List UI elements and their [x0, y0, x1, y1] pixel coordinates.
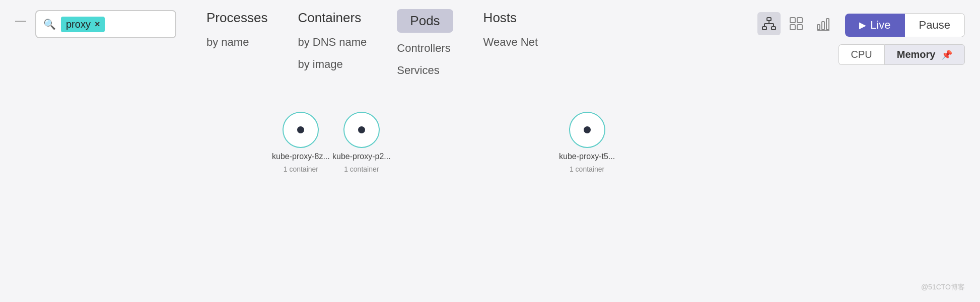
memory-label: Memory: [897, 49, 936, 60]
live-button[interactable]: ▶ Live: [845, 14, 904, 37]
node-kube-proxy-p2[interactable]: kube-proxy-p2... 1 container: [332, 112, 391, 173]
nav-containers-byimage[interactable]: by image: [298, 57, 367, 72]
nav-containers-bydns[interactable]: by DNS name: [298, 35, 367, 50]
svg-rect-1: [762, 27, 766, 30]
nav-groups: Processes by name Containers by DNS name…: [206, 9, 757, 78]
back-button[interactable]: —: [15, 14, 26, 27]
watermark: @51CTO博客: [921, 283, 965, 292]
hierarchy-icon: [762, 17, 776, 31]
node-dot-2: [358, 126, 365, 133]
svg-rect-7: [790, 18, 795, 23]
search-box: 🔍 proxy ×: [35, 10, 176, 38]
grid-view-button[interactable]: [785, 12, 808, 35]
view-icons: [757, 12, 835, 35]
node-dot-3: [584, 126, 591, 133]
nav-pods[interactable]: Pods: [397, 9, 453, 33]
svg-rect-8: [797, 18, 802, 23]
playback-controls: ▶ Live Pause: [845, 13, 965, 37]
node-kube-proxy-8z[interactable]: kube-proxy-8z... 1 container: [272, 112, 330, 173]
node-circle-1: [283, 112, 319, 148]
nav-hosts[interactable]: Hosts: [483, 9, 538, 27]
svg-rect-0: [767, 18, 771, 21]
svg-rect-10: [797, 25, 802, 30]
nav-processes-byname[interactable]: by name: [206, 35, 267, 50]
search-tag: proxy ×: [61, 17, 105, 32]
svg-rect-9: [790, 25, 795, 30]
nav-group-hosts: Hosts Weave Net: [483, 9, 538, 78]
nav-group-pods: Pods Controllers Services: [397, 9, 453, 78]
svg-rect-12: [822, 22, 824, 30]
play-icon: ▶: [859, 20, 866, 31]
canvas: kube-proxy-8z... 1 container kube-proxy-…: [0, 91, 980, 302]
node-dot-1: [297, 126, 304, 133]
svg-rect-13: [826, 19, 829, 30]
grid-icon: [789, 17, 803, 31]
node-sublabel-1: 1 container: [284, 165, 318, 173]
nav-hosts-weavenet[interactable]: Weave Net: [483, 35, 538, 50]
topbar: — 🔍 proxy × Processes by name Containers…: [0, 0, 980, 91]
node-circle-2: [343, 112, 380, 148]
node-label-3: kube-proxy-t5...: [559, 152, 615, 161]
search-tag-value: proxy: [66, 19, 91, 30]
node-circle-3: [569, 112, 605, 148]
nav-containers[interactable]: Containers: [298, 9, 367, 27]
nav-group-containers: Containers by DNS name by image: [298, 9, 367, 78]
nav-pods-services[interactable]: Services: [397, 63, 453, 78]
metric-buttons: CPU Memory 📌: [838, 44, 965, 65]
cpu-metric-button[interactable]: CPU: [838, 44, 884, 65]
live-label: Live: [870, 19, 890, 32]
memory-metric-button[interactable]: Memory 📌: [884, 44, 965, 65]
node-label-2: kube-proxy-p2...: [332, 152, 391, 161]
chart-icon: [816, 17, 830, 31]
node-sublabel-2: 1 container: [344, 165, 379, 173]
svg-rect-2: [772, 27, 776, 30]
node-label-1: kube-proxy-8z...: [272, 152, 330, 161]
pause-button[interactable]: Pause: [905, 13, 965, 37]
chart-view-button[interactable]: [812, 12, 835, 35]
svg-rect-11: [817, 25, 820, 30]
nav-pods-controllers[interactable]: Controllers: [397, 41, 453, 56]
pin-icon: 📌: [941, 50, 952, 60]
hierarchy-view-button[interactable]: [757, 12, 781, 35]
nav-group-processes: Processes by name: [206, 9, 267, 78]
nav-processes[interactable]: Processes: [206, 9, 267, 27]
search-icon: 🔍: [43, 18, 56, 30]
node-sublabel-3: 1 container: [570, 165, 604, 173]
node-kube-proxy-t5[interactable]: kube-proxy-t5... 1 container: [559, 112, 615, 173]
search-clear-button[interactable]: ×: [95, 19, 100, 30]
